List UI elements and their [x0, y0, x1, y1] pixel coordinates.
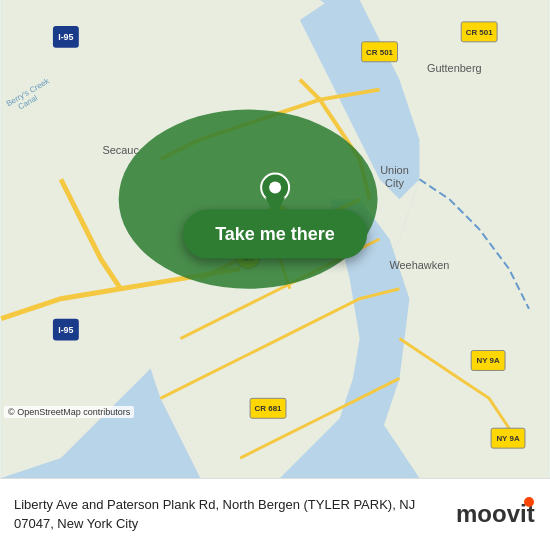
map-container: I-95 I-95 CR 501 CR 501 CR 501 CR 681 NJ… [0, 0, 550, 478]
svg-point-33 [119, 110, 378, 289]
svg-text:CR 501: CR 501 [466, 28, 494, 37]
moovit-text: moovit [456, 494, 536, 536]
svg-point-38 [524, 497, 534, 507]
svg-text:Weehawken: Weehawken [389, 259, 449, 271]
location-text: Liberty Ave and Paterson Plank Rd, North… [14, 496, 456, 532]
osm-attribution: © OpenStreetMap contributors [4, 406, 134, 418]
svg-text:City: City [385, 177, 404, 189]
svg-text:NY 9A: NY 9A [496, 434, 520, 443]
bottom-bar: Liberty Ave and Paterson Plank Rd, North… [0, 478, 550, 550]
svg-text:CR 681: CR 681 [255, 404, 283, 413]
svg-text:I-95: I-95 [58, 32, 73, 42]
svg-point-35 [269, 182, 281, 194]
svg-text:Guttenberg: Guttenberg [427, 62, 482, 74]
take-me-there-button[interactable]: Take me there [183, 210, 367, 259]
take-me-there-overlay: Take me there [183, 210, 367, 259]
svg-text:moovit: moovit [456, 500, 535, 527]
svg-marker-36 [265, 198, 285, 216]
svg-text:Secauc: Secauc [102, 144, 139, 156]
app: I-95 I-95 CR 501 CR 501 CR 501 CR 681 NJ… [0, 0, 550, 550]
svg-text:NY 9A: NY 9A [476, 356, 500, 365]
svg-text:Union: Union [380, 164, 409, 176]
moovit-logo: moovit [456, 494, 536, 536]
svg-text:CR 501: CR 501 [366, 48, 394, 57]
location-pin [257, 172, 293, 216]
osm-text: © OpenStreetMap contributors [8, 407, 130, 417]
svg-text:I-95: I-95 [58, 325, 73, 335]
